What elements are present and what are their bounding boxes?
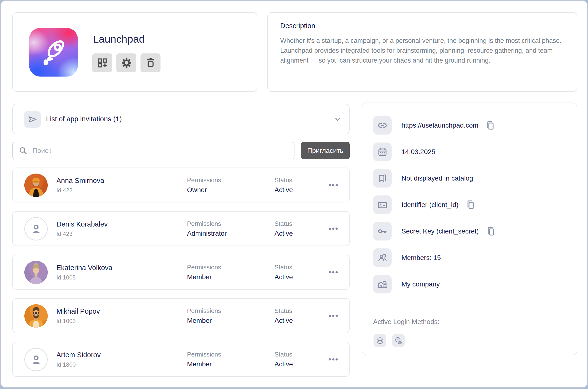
detail-row-client-id: Identifier (client_id) — [373, 195, 567, 214]
avatar-placeholder-person-icon — [24, 348, 48, 371]
chevron-down-icon[interactable] — [334, 115, 341, 123]
description-title: Description — [280, 22, 315, 30]
avatar-photo — [24, 261, 48, 284]
widgets-button[interactable] — [92, 53, 112, 72]
row-menu-button[interactable] — [326, 354, 340, 365]
member-row: Artem Sidorov Id 1800 Permissions Member… — [12, 342, 350, 377]
key-icon — [373, 222, 392, 240]
status-column: Status Active — [274, 220, 293, 237]
delete-button[interactable] — [141, 53, 160, 72]
member-name: Anna Smirnova — [56, 176, 104, 184]
member-identity: Mikhail Popov Id 1003 — [56, 307, 100, 324]
member-id: Id 1005 — [56, 274, 112, 281]
search-box — [12, 142, 294, 159]
app-action-buttons — [92, 53, 160, 72]
permissions-column: Permissions Member — [187, 263, 221, 281]
member-id: Id 422 — [56, 187, 104, 194]
ellipsis-icon — [327, 183, 340, 187]
status-value: Active — [274, 273, 293, 281]
copy-icon — [466, 199, 476, 210]
ellipsis-icon — [327, 314, 340, 318]
client-id-label: Identifier (client_id) — [402, 201, 459, 209]
status-label: Status — [274, 351, 293, 358]
settings-button[interactable] — [116, 53, 136, 72]
permissions-label: Permissions — [187, 307, 221, 315]
avatar-photo — [24, 304, 48, 328]
invite-button[interactable]: Пригласить — [301, 142, 350, 159]
status-value: Active — [274, 360, 293, 368]
member-id: Id 423 — [56, 230, 108, 237]
description-card: Description Whether it's a startup, a ca… — [267, 12, 577, 92]
member-name: Artem Sidorov — [56, 351, 101, 359]
transfer-arrows-icon[interactable] — [373, 334, 386, 347]
ellipsis-icon — [327, 227, 340, 231]
row-menu-button[interactable] — [326, 311, 340, 321]
member-row: Denis Korabalev Id 423 Permissions Admin… — [12, 211, 350, 246]
login-methods-label: Active Login Methods: — [373, 318, 440, 326]
bookmark-icon — [373, 169, 392, 188]
detail-row-date: 14.03.2025 — [373, 142, 567, 161]
permissions-label: Permissions — [187, 176, 221, 184]
permissions-value: Member — [187, 273, 221, 281]
permissions-column: Permissions Member — [187, 307, 221, 324]
link-icon — [373, 116, 392, 134]
member-identity: Denis Korabalev Id 423 — [56, 220, 108, 237]
copy-client-secret-button[interactable] — [486, 226, 496, 237]
app-logo-rocket-icon — [29, 28, 78, 77]
invitations-title: List of app invitations (1) — [46, 104, 122, 134]
permissions-column: Permissions Administrator — [187, 220, 227, 237]
description-body: Whether it's a startup, a campaign, or a… — [280, 36, 568, 65]
detail-row-client-secret: Secret Key (client_secret) — [373, 222, 567, 240]
search-input[interactable] — [32, 147, 288, 155]
permissions-column: Permissions Owner — [187, 176, 221, 194]
permissions-value: Owner — [187, 186, 221, 194]
member-row: Ekaterina Volkova Id 1005 Permissions Me… — [12, 255, 350, 290]
permissions-value: Member — [187, 317, 221, 324]
app-summary-card: Launchpad — [12, 12, 257, 92]
permissions-value: Administrator — [187, 230, 227, 237]
app-date: 14.03.2025 — [402, 148, 435, 156]
client-secret-label: Secret Key (client_secret) — [402, 227, 479, 235]
copy-icon — [486, 120, 495, 131]
member-row: Mikhail Popov Id 1003 Permissions Member… — [12, 298, 350, 333]
member-name: Ekaterina Volkova — [56, 263, 112, 271]
settings-gear-icon — [121, 57, 132, 69]
member-identity: Artem Sidorov Id 1800 — [56, 351, 101, 368]
otp-clock-icon[interactable] — [392, 334, 405, 347]
search-icon — [19, 146, 28, 155]
company-icon — [373, 275, 392, 293]
status-label: Status — [274, 176, 293, 184]
company-name: My company — [402, 280, 440, 288]
members-icon — [373, 248, 392, 267]
send-paper-plane-icon — [24, 111, 41, 128]
divider — [373, 305, 566, 305]
widgets-add-icon — [97, 57, 108, 69]
member-name: Mikhail Popov — [56, 307, 100, 315]
avatar-placeholder-person-icon — [24, 217, 48, 240]
permissions-column: Permissions Member — [187, 351, 221, 368]
member-name: Denis Korabalev — [56, 220, 108, 228]
permissions-label: Permissions — [187, 351, 221, 358]
status-value: Active — [274, 186, 293, 194]
ellipsis-icon — [327, 270, 340, 274]
row-menu-button[interactable] — [326, 180, 340, 191]
catalog-status: Not displayed in catalog — [402, 174, 473, 182]
member-id: Id 1800 — [56, 361, 101, 368]
member-identity: Ekaterina Volkova Id 1005 — [56, 263, 112, 281]
status-column: Status Active — [274, 351, 293, 368]
row-menu-button[interactable] — [326, 267, 340, 278]
row-menu-button[interactable] — [326, 223, 340, 234]
status-column: Status Active — [274, 263, 293, 281]
invitations-bar[interactable]: List of app invitations (1) — [12, 104, 350, 134]
member-id: Id 1003 — [56, 318, 100, 324]
app-url: https://uselaunchpad.com — [402, 122, 478, 129]
app-window: Launchpad — [0, 0, 588, 388]
status-value: Active — [274, 230, 293, 237]
copy-client-id-button[interactable] — [466, 199, 476, 210]
copy-url-button[interactable] — [486, 120, 495, 131]
id-card-icon — [373, 195, 392, 214]
app-details-panel: https://uselaunchpad.com 14 — [362, 102, 577, 355]
status-label: Status — [274, 263, 293, 271]
permissions-label: Permissions — [187, 220, 227, 227]
status-label: Status — [274, 220, 293, 227]
